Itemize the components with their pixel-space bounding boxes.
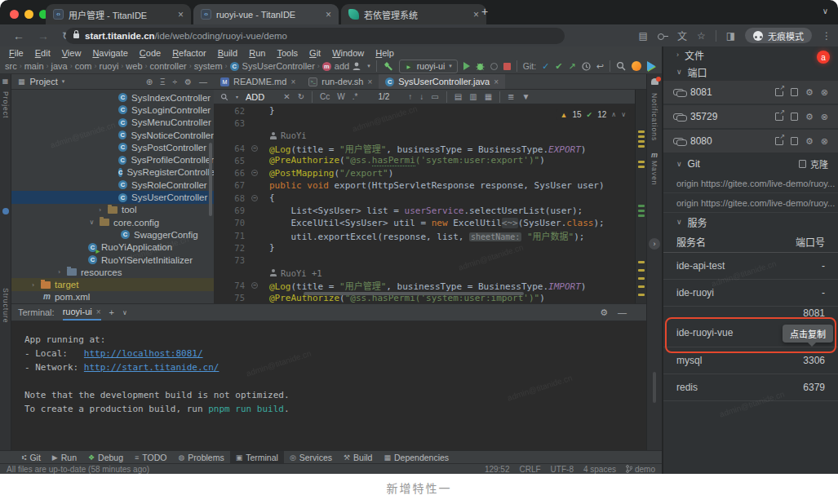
expand-strip-icon[interactable]: › <box>649 238 660 250</box>
menu-edit[interactable]: Edit <box>29 48 56 58</box>
service-row[interactable]: ide-ruoyi- <box>663 280 838 307</box>
left-strip-structure-label[interactable]: Structure <box>2 288 10 324</box>
next-problem-icon[interactable]: ∨ <box>621 111 626 118</box>
tree-item[interactable]: CSwaggerConfig <box>11 228 214 241</box>
tree-scrollbar[interactable] <box>209 143 212 216</box>
toolwindow-problems[interactable]: ◍Problems <box>172 451 229 464</box>
fold-icon[interactable]: − <box>251 145 258 152</box>
breadcrumb-item[interactable]: java <box>51 61 68 71</box>
browser-tab[interactable]: 若依管理系统× <box>341 4 486 24</box>
code-line[interactable]: RuoYi <box>214 130 635 142</box>
forward-icon[interactable]: → <box>38 29 49 42</box>
find-option-icon[interactable]: ▦ <box>485 92 492 101</box>
translate-icon[interactable]: 文 <box>677 29 687 42</box>
tree-item[interactable]: CSysRegisterController <box>11 166 214 179</box>
status-segment[interactable]: UTF-8 <box>551 465 574 474</box>
toolwindow-services[interactable]: ◎Services <box>284 451 338 464</box>
code-line[interactable]: 72} <box>214 241 635 254</box>
port-row[interactable]: 8080⚙⊗ <box>663 130 838 153</box>
terminal-minimize-icon[interactable]: — <box>618 307 627 318</box>
open-external-icon[interactable] <box>775 88 783 96</box>
code-line[interactable]: 68−{ <box>214 192 635 204</box>
code-line[interactable]: 74−@Log(title = "用户管理", businessType = B… <box>214 279 635 291</box>
port-row[interactable]: 35729⚙⊗ <box>663 105 838 128</box>
copy-tooltip[interactable]: 点击复制 <box>783 325 833 343</box>
prev-match-icon[interactable]: ↑ <box>408 92 412 101</box>
breadcrumb-item[interactable]: main <box>24 61 44 71</box>
browser-tool-icon[interactable] <box>2 208 9 214</box>
filter-icon[interactable]: ▼ <box>522 92 530 101</box>
tree-item[interactable]: CSysUserController <box>11 191 214 203</box>
ssl-lock-icon[interactable] <box>73 33 79 38</box>
find-history-icon[interactable]: ↻ <box>298 92 304 101</box>
tree-item[interactable]: ›tool <box>11 204 214 216</box>
editor-horizontal-scrollbar[interactable] <box>304 292 524 295</box>
coverage-icon[interactable] <box>490 63 498 70</box>
port-row[interactable]: 8081⚙⊗ <box>663 81 838 104</box>
tab-close-icon[interactable]: × <box>178 9 184 20</box>
find-close-icon[interactable]: ✕ <box>283 92 290 101</box>
copy-icon[interactable] <box>791 88 798 96</box>
chevron-down-icon[interactable]: ∨ <box>88 219 95 226</box>
editor-tab-close-icon[interactable]: × <box>367 77 372 86</box>
clipboard-icon[interactable]: ▤ <box>639 30 648 42</box>
close-circle-icon[interactable]: ⊗ <box>821 112 828 122</box>
terminal-link[interactable]: http://start.titanide.cn/ <box>84 362 219 373</box>
browser-tab[interactable]: ‹›ruoyi-vue - TitanIDE× <box>193 4 339 24</box>
menu-view[interactable]: View <box>56 48 87 58</box>
editor-error-stripe[interactable] <box>635 90 646 303</box>
regex-toggle[interactable]: .* <box>352 92 358 101</box>
services-section-header[interactable]: ∨ 服务 <box>663 213 838 231</box>
rollback-icon[interactable]: ↩ <box>596 61 604 72</box>
toolwindow-git[interactable]: ⑆Git <box>16 451 47 464</box>
project-dropdown-chevron-icon[interactable]: ▾ <box>62 78 65 85</box>
address-bar[interactable]: start.titanide.cn/ide/web/coding/ruoyi-v… <box>65 28 565 44</box>
breadcrumb-item[interactable]: src <box>5 61 17 71</box>
side-panel-icon[interactable]: ◨ <box>726 30 735 42</box>
strip-scrollbar[interactable] <box>653 372 656 403</box>
editor-tab[interactable]: MREADME.md× <box>214 74 302 89</box>
find-query[interactable]: ADD <box>246 92 264 102</box>
code-line[interactable]: RuoYi +1 <box>214 267 635 279</box>
terminal-settings-gear-icon[interactable]: ⚙ <box>600 307 608 318</box>
gear-icon[interactable]: ⚙ <box>805 136 814 147</box>
chevron-right-icon[interactable]: › <box>55 268 63 276</box>
pane-settings-gear-icon[interactable]: ⚙ <box>184 77 192 86</box>
next-match-icon[interactable]: ↓ <box>419 92 423 101</box>
menu-refactor[interactable]: Refactor <box>166 48 212 58</box>
git-section-header[interactable]: ∨ Git 克隆 <box>663 154 838 174</box>
code-line[interactable]: 64−@Log(title = "用户管理", businessType = B… <box>214 142 635 154</box>
git-remote-row[interactable]: origin https://gitee.com/live-demo/ruoy.… <box>663 174 838 193</box>
find-option-icon[interactable]: ▤ <box>454 92 462 101</box>
code-line[interactable]: 65@PreAuthorize("@ss.hasPermi('system:us… <box>214 154 635 166</box>
tree-item[interactable]: CSysRoleController <box>11 179 214 191</box>
service-row[interactable]: mysql3306 <box>663 347 838 374</box>
menu-navigate[interactable]: Navigate <box>86 48 133 58</box>
back-icon[interactable]: ← <box>13 29 24 42</box>
menu-file[interactable]: File <box>3 48 29 58</box>
git-remote-row[interactable]: origin https://gitee.com/live-demo/ruoy.… <box>663 193 838 213</box>
history-clock-icon[interactable] <box>582 62 591 71</box>
tree-item[interactable]: CSysNoticeController <box>11 129 214 141</box>
maven-strip-label[interactable]: Maven <box>650 161 658 186</box>
code-area[interactable]: 62}63RuoYi64−@Log(title = "用户管理", busine… <box>214 104 635 303</box>
build-hammer-icon[interactable] <box>383 61 393 72</box>
terminal-dropdown-chevron-icon[interactable]: ∨ <box>122 309 127 316</box>
password-key-icon[interactable] <box>658 33 667 39</box>
maven-icon[interactable]: m <box>647 151 662 159</box>
breadcrumb-item[interactable]: controller <box>150 61 187 71</box>
tree-item[interactable]: CRuoYiServletInitializer <box>11 254 214 266</box>
tree-item[interactable]: CSysIndexController <box>11 91 214 104</box>
tree-item[interactable]: CSysProfileController <box>11 153 214 166</box>
menu-help[interactable]: Help <box>370 48 400 58</box>
menu-git[interactable]: Git <box>304 48 326 58</box>
code-line[interactable]: 71 util.exportExcel(response, list, shee… <box>214 229 635 241</box>
code-editor[interactable]: ▾ ADD ✕ ↻ Cc W .* 1/2 ↑ ↓ ▭ ▤ ▥ ▦ ≣ ▼ 62… <box>214 90 635 303</box>
copy-icon[interactable] <box>791 137 798 145</box>
tree-item[interactable]: CSysPostController <box>11 141 214 153</box>
find-option-icon[interactable]: ▥ <box>469 92 477 101</box>
whole-words-toggle[interactable]: W <box>337 92 344 101</box>
inspections-widget[interactable]: ▲ 15 ✔ 12 ∧ ∨ <box>556 109 630 120</box>
editor-tab-close-icon[interactable]: × <box>494 77 499 86</box>
service-row[interactable]: ide-api-test- <box>663 253 838 280</box>
